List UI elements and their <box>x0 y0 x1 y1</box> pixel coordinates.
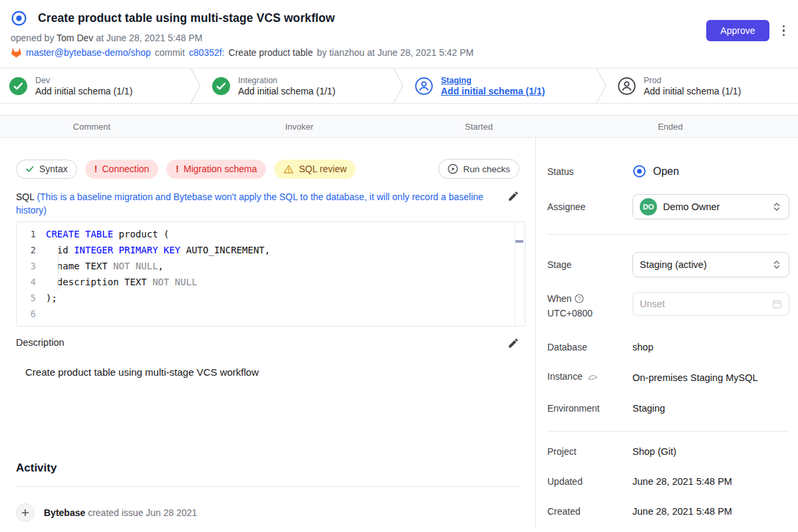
check-badge-syntax[interactable]: Syntax <box>16 160 77 179</box>
assignee-row: Assignee DO Demo Owner <box>547 194 789 219</box>
opened-by-time: at June 28, 2021 5:48 PM <box>96 33 202 43</box>
project-label: Project <box>547 446 632 457</box>
activity-divider <box>16 486 519 487</box>
check-badge-migration-schema[interactable]: ! Migration schema <box>166 160 266 179</box>
stage-row: Stage Staging (active) <box>547 252 789 277</box>
stage-pipeline: Dev Add initial schema (1/1) Integration… <box>0 68 798 104</box>
opened-by-line: opened by Tom Dev at June 28, 2021 5:48 … <box>11 33 787 43</box>
code-line: 1CREATE TABLE product ( <box>17 226 525 242</box>
stage-separator <box>392 68 406 103</box>
stage-dev[interactable]: Dev Add initial schema (1/1) <box>0 68 190 103</box>
code-line: 6 <box>17 306 525 322</box>
gitlab-icon <box>11 47 22 58</box>
stage-prod[interactable]: Prod Add initial schema (1/1) <box>608 68 798 103</box>
edit-description-icon[interactable] <box>507 337 519 352</box>
issue-header: Create product table using multi-stage V… <box>0 0 798 58</box>
commit-message: Create product table <box>229 47 313 58</box>
run-checks-label: Run checks <box>463 164 510 174</box>
environment-row: Environment Staging <box>547 403 789 414</box>
stage-task: Add initial schema (1/1) <box>644 86 741 96</box>
assignee-select[interactable]: DO Demo Owner <box>632 194 789 219</box>
run-checks-button[interactable]: Run checks <box>438 159 519 179</box>
updated-label: Updated <box>547 476 632 487</box>
opened-by-prefix: opened by <box>11 33 54 43</box>
mysql-icon <box>587 372 597 384</box>
checks-row: Syntax ! Connection ! Migration schema S… <box>16 159 519 179</box>
vcs-commit-line: master@bytebase-demo/shop commit c80352f… <box>11 47 787 58</box>
when-timezone: UTC+0800 <box>547 308 593 319</box>
edit-sql-icon[interactable] <box>507 190 519 217</box>
stage-integration[interactable]: Integration Add initial schema (1/1) <box>203 68 392 103</box>
instance-label: Instance <box>547 371 632 384</box>
stage-name: Staging <box>441 76 545 85</box>
stage-name: Dev <box>35 76 132 85</box>
person-circle-icon <box>618 77 636 95</box>
branch-repo-link[interactable]: master@bytebase-demo/shop <box>26 47 151 58</box>
description-section-header: Description <box>16 337 519 352</box>
database-label: Database <box>547 342 632 352</box>
stage-staging[interactable]: Staging Add initial schema (1/1) <box>406 68 595 103</box>
project-value: Shop (Git) <box>632 446 676 457</box>
sql-label: SQL <box>16 192 37 202</box>
check-icon <box>25 164 35 174</box>
when-label: When <box>547 293 572 304</box>
check-circle-icon <box>9 77 27 95</box>
stage-separator <box>595 68 608 103</box>
line-number: 2 <box>17 242 46 258</box>
stage-select[interactable]: Staging (active) <box>632 252 789 277</box>
when-placeholder: Unset <box>640 299 665 309</box>
chevron-updown-icon <box>771 201 782 212</box>
sidebar-divider <box>547 234 789 235</box>
database-row: Database shop <box>547 342 789 352</box>
stage-name: Prod <box>644 76 741 85</box>
help-question-icon[interactable]: ? <box>575 293 584 307</box>
line-number: 6 <box>17 306 46 322</box>
error-bang-icon: ! <box>176 164 179 174</box>
description-text: Create product table using multi-stage V… <box>25 366 519 378</box>
check-circle-icon <box>212 77 230 95</box>
status-open-icon <box>632 164 646 178</box>
calendar-icon <box>772 299 782 309</box>
activity-actor: Bytebase <box>44 507 85 518</box>
stage-name: Integration <box>238 76 335 85</box>
sql-baseline-note: (This is a baseline migration and Byteba… <box>16 192 483 215</box>
when-row: When? UTC+0800 Unset <box>547 292 789 320</box>
check-badge-connection[interactable]: ! Connection <box>85 160 159 179</box>
commit-hash-link[interactable]: c80352f: <box>189 47 225 58</box>
stage-task: Add initial schema (1/1) <box>35 86 132 96</box>
issue-sidebar: Status Open Assignee DO Demo Owner <box>535 138 798 527</box>
sidebar-divider <box>547 431 789 432</box>
check-badge-label: Syntax <box>39 164 68 174</box>
editor-overview-ruler-mark <box>515 240 523 243</box>
issue-detail-page: Create product table using multi-stage V… <box>0 0 798 532</box>
commit-meta: by tianzhou at June 28, 2021 5:42 PM <box>317 47 473 58</box>
approve-button[interactable]: Approve <box>706 20 769 41</box>
assignee-avatar: DO <box>640 198 657 215</box>
column-header-comment: Comment <box>0 122 184 132</box>
activity-entry: Bytebase created issue Jun 28 2021 <box>16 503 519 522</box>
stage-task: Add initial schema (1/1) <box>238 86 335 96</box>
editor-scrollbar-track[interactable] <box>515 222 515 326</box>
error-bang-icon: ! <box>94 164 98 174</box>
svg-text:?: ? <box>577 295 581 302</box>
environment-label: Environment <box>547 403 632 414</box>
check-badge-label: Migration schema <box>184 164 257 174</box>
assignee-label: Assignee <box>547 201 632 212</box>
run-icon <box>448 164 458 174</box>
sql-code-editor[interactable]: 1CREATE TABLE product ( 2 id INTEGER PRI… <box>16 221 525 327</box>
stage-value: Staging (active) <box>640 259 707 270</box>
commit-word: commit <box>155 47 185 58</box>
code-line: 4 description TEXT NOT NULL <box>17 274 525 290</box>
project-row: Project Shop (Git) <box>547 446 789 457</box>
line-number: 3 <box>17 258 46 274</box>
indent-guide <box>58 246 59 290</box>
chevron-updown-icon <box>771 259 782 270</box>
more-actions-button[interactable] <box>779 23 789 39</box>
check-badge-label: SQL review <box>299 164 346 174</box>
when-date-input[interactable]: Unset <box>632 292 789 316</box>
check-badge-sql-review[interactable]: SQL review <box>274 160 356 179</box>
issue-open-icon <box>11 10 27 27</box>
column-header-ended: Ended <box>543 122 798 132</box>
environment-value: Staging <box>632 403 665 414</box>
database-value: shop <box>632 342 653 352</box>
